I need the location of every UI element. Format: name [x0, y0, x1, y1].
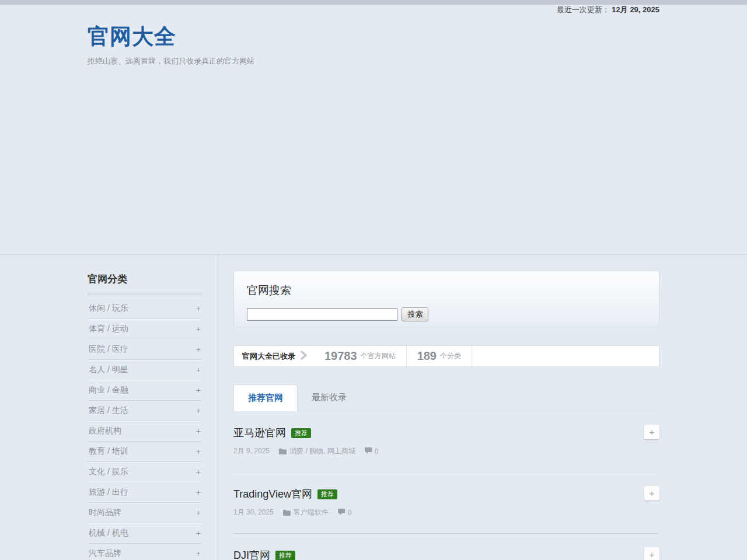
post-title-link[interactable]: TradingView官网	[233, 487, 312, 501]
sidebar-item-government[interactable]: 政府机构+	[88, 421, 202, 442]
site-tagline: 拒绝山寨、远离冒牌，我们只收录真正的官方网站	[88, 56, 659, 66]
comment-count-link[interactable]: 0	[348, 509, 352, 517]
add-plus-button[interactable]: +	[644, 486, 659, 501]
comment-bubble-icon	[338, 509, 345, 517]
recommended-badge: 推荐	[291, 428, 311, 438]
sidebar-item-machinery[interactable]: 机械 / 机电+	[88, 523, 202, 544]
expand-plus-icon[interactable]: +	[196, 324, 201, 334]
sidebar-item-medical[interactable]: 医院 / 医疗+	[88, 340, 202, 360]
search-input[interactable]	[247, 308, 397, 321]
site-count-value: 19783	[324, 349, 357, 363]
post-meta: 1月 30, 2025 客户端软件 0	[233, 508, 659, 517]
sidebar-title: 官网分类	[88, 272, 202, 293]
top-strip	[0, 0, 747, 5]
expand-plus-icon[interactable]: +	[196, 549, 201, 558]
header: 最近一次更新： 12月 29, 2025 官网大全 拒绝山寨、远离冒牌，我们只收…	[0, 5, 747, 255]
site-title[interactable]: 官网大全	[88, 22, 659, 51]
sidebar-title-rule	[88, 293, 202, 295]
sidebar-item-education[interactable]: 教育 / 培训+	[88, 442, 202, 462]
sidebar-item-auto[interactable]: 汽车品牌+	[88, 544, 202, 560]
expand-plus-icon[interactable]: +	[196, 488, 201, 497]
expand-plus-icon[interactable]: +	[196, 528, 201, 538]
list-item-tradingview: TradingView官网 推荐 1月 30, 2025 客户端软件 0 +	[233, 473, 659, 534]
stats-label: 官网大全已收录	[234, 351, 300, 362]
expand-plus-icon[interactable]: +	[196, 447, 201, 456]
sidebar-item-home-life[interactable]: 家居 / 生活+	[88, 401, 202, 421]
comment-bubble-icon	[365, 447, 372, 456]
chevron-right-icon	[300, 351, 308, 362]
post-date: 2月 9, 2025	[233, 446, 270, 456]
stats-bar: 官网大全已收录 19783 个官方网站 189 个分类	[233, 345, 659, 367]
last-update-label: 最近一次更新：	[557, 5, 610, 14]
tab-bar: 推荐官网 最新收录	[233, 384, 659, 411]
post-category-link[interactable]: 消费 / 购物, 网上商城	[289, 446, 355, 456]
stat-site-count: 19783 个官方网站	[314, 346, 407, 366]
folder-icon	[279, 448, 287, 456]
expand-plus-icon[interactable]: +	[196, 345, 201, 354]
expand-plus-icon[interactable]: +	[196, 304, 201, 313]
sidebar-item-culture[interactable]: 文化 / 娱乐+	[88, 462, 202, 482]
expand-plus-icon[interactable]: +	[196, 406, 201, 415]
sidebar: 官网分类 休闲 / 玩乐+ 体育 / 运动+ 医院 / 医疗+ 名人 / 明星+…	[88, 255, 202, 560]
recommended-badge: 推荐	[275, 551, 295, 560]
comment-count-link[interactable]: 0	[375, 447, 379, 456]
sidebar-item-travel[interactable]: 旅游 / 出行+	[88, 482, 202, 503]
last-update: 最近一次更新： 12月 29, 2025	[557, 5, 659, 15]
list-item-dji: DJI官网 推荐 1月 20, 2025 电脑 / 数码 1 +	[233, 534, 659, 560]
expand-plus-icon[interactable]: +	[196, 508, 201, 517]
sidebar-item-celebrity[interactable]: 名人 / 明星+	[88, 360, 202, 380]
post-date: 1月 30, 2025	[233, 508, 274, 517]
recommended-badge: 推荐	[317, 489, 337, 499]
folder-icon	[283, 509, 291, 517]
post-list: 亚马逊官网 推荐 2月 9, 2025 消费 / 购物, 网上商城 0 + Tr…	[233, 411, 659, 560]
list-item-amazon: 亚马逊官网 推荐 2月 9, 2025 消费 / 购物, 网上商城 0 +	[233, 411, 659, 473]
category-count-unit: 个分类	[440, 351, 461, 361]
search-button[interactable]: 搜索	[402, 307, 428, 321]
content-area: 官网分类 休闲 / 玩乐+ 体育 / 运动+ 医院 / 医疗+ 名人 / 明星+…	[88, 255, 659, 560]
sidebar-item-business[interactable]: 商业 / 金融+	[88, 380, 202, 401]
site-count-unit: 个官方网站	[361, 351, 396, 361]
category-list: 休闲 / 玩乐+ 体育 / 运动+ 医院 / 医疗+ 名人 / 明星+ 商业 /…	[88, 299, 202, 560]
post-title-link[interactable]: DJI官网	[233, 548, 270, 560]
search-title: 官网搜索	[247, 283, 646, 298]
sidebar-item-sports[interactable]: 体育 / 运动+	[88, 319, 202, 340]
sidebar-item-fashion[interactable]: 时尚品牌+	[88, 503, 202, 523]
sidebar-item-leisure[interactable]: 休闲 / 玩乐+	[88, 299, 202, 319]
add-plus-button[interactable]: +	[644, 425, 659, 439]
tab-recommended[interactable]: 推荐官网	[233, 384, 298, 411]
post-title-link[interactable]: 亚马逊官网	[233, 426, 286, 440]
tab-latest[interactable]: 最新收录	[298, 384, 361, 411]
expand-plus-icon[interactable]: +	[196, 365, 201, 374]
last-update-date: 12月 29, 2025	[612, 5, 659, 14]
expand-plus-icon[interactable]: +	[196, 386, 201, 395]
expand-plus-icon[interactable]: +	[196, 426, 201, 436]
add-plus-button[interactable]: +	[644, 547, 659, 560]
post-meta: 2月 9, 2025 消费 / 购物, 网上商城 0	[233, 446, 659, 456]
category-count-value: 189	[417, 349, 437, 363]
stat-category-count: 189 个分类	[407, 346, 472, 366]
search-panel: 官网搜索 搜索	[233, 271, 659, 327]
post-category-link[interactable]: 客户端软件	[294, 508, 329, 517]
expand-plus-icon[interactable]: +	[196, 467, 201, 477]
main-column: 官网搜索 搜索 官网大全已收录 19783 个官方网站 189 个分类 推荐官网…	[218, 255, 659, 560]
